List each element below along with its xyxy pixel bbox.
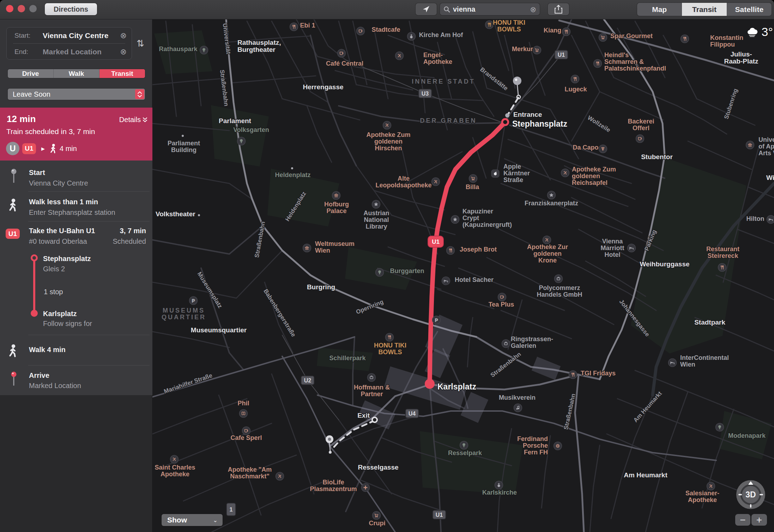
end-field-placeholder[interactable]: Marked Location	[36, 48, 120, 56]
step-start-title: Start	[29, 169, 45, 177]
poi-fork-icon	[447, 247, 455, 255]
map-label: Burgring	[307, 283, 335, 291]
map-label: Kirche Am Hof	[419, 31, 463, 38]
mode-walk-label: Walk	[69, 70, 84, 78]
tab-satellite[interactable]: Satellite	[727, 3, 772, 16]
minimize-button[interactable]	[18, 5, 25, 12]
map-element	[594, 60, 602, 68]
map-element	[515, 79, 518, 81]
zoom-window-button[interactable]	[29, 5, 37, 12]
route-summary-card[interactable]: 12 min Details Train scheduled in 3, 7 m…	[0, 108, 152, 161]
map-element	[338, 49, 346, 58]
poi-apple-icon	[491, 170, 499, 177]
map-element	[681, 35, 689, 43]
poi-globe-icon	[554, 442, 562, 450]
map-element: Kapuziner	[462, 208, 493, 215]
map-element: Apple	[503, 163, 521, 170]
map-element: Apotheke Zur	[527, 243, 568, 250]
steps-list: Start Vienna City Centre Walk less than …	[0, 161, 152, 395]
poi-dot-icon	[198, 214, 200, 216]
map-element	[636, 135, 644, 143]
map-element: Backerei	[628, 118, 654, 125]
map-label: Ebi 1	[300, 22, 315, 29]
map-element: Engel-	[423, 52, 443, 59]
poi-church-icon	[495, 481, 503, 489]
poi-cup-icon	[338, 49, 346, 58]
mode-walk[interactable]: Walk	[54, 69, 99, 78]
start-clear-icon[interactable]: ⊗	[120, 32, 127, 40]
mode-drive[interactable]: Drive	[8, 69, 54, 78]
close-button[interactable]	[6, 5, 13, 12]
map-element: Fern FH	[524, 449, 548, 456]
mode-transit[interactable]: Transit	[99, 69, 145, 78]
map-element: Julius-	[730, 50, 752, 58]
map-element	[562, 28, 570, 36]
tab-transit[interactable]: Transit	[682, 3, 727, 16]
stops-between[interactable]: 1 stop	[44, 288, 63, 296]
route-duration: 12 min	[7, 114, 36, 125]
swap-start-end-button[interactable]: ⇅	[135, 38, 146, 49]
map-label: Lugeck	[564, 86, 587, 93]
map-element: goldenen	[533, 250, 562, 257]
zoom-out-button[interactable]: −	[735, 514, 750, 526]
map-element	[435, 318, 438, 323]
map-label: Hilton	[746, 215, 764, 222]
map-element: Weltmuseum	[315, 240, 355, 247]
start-field-row[interactable]: Start: Vienna City Centre ⊗	[7, 28, 132, 43]
map-label: Resselgasse	[358, 464, 398, 471]
end-field-row[interactable]: End: Marked Location ⊗	[7, 44, 132, 60]
weather-widget: 3°	[736, 23, 774, 41]
route-details-button[interactable]: Details	[119, 116, 147, 124]
current-location-button[interactable]	[416, 3, 437, 15]
map-label: Musikverein	[499, 394, 536, 401]
route-end-dot	[425, 379, 435, 389]
step-walk1-title: Walk less than 1 min	[29, 198, 98, 206]
map-element	[329, 451, 332, 454]
poi-pharm-icon	[432, 178, 440, 186]
map-element: BioLife	[323, 479, 344, 486]
start-end-fields: Start: Vienna City Centre ⊗ End: Marked …	[6, 27, 132, 60]
step-transit-time: 3, 7 min	[120, 227, 146, 235]
map-element: Arts V	[758, 150, 774, 157]
leave-time-dropdown[interactable]: Leave Soon	[8, 89, 145, 100]
map-label: Herrengasse	[303, 83, 343, 91]
map-element: Hoffmann &	[354, 384, 390, 391]
map-element: Unive	[758, 136, 774, 143]
stepper-up-icon	[138, 91, 142, 94]
map-label: Kiang	[544, 27, 561, 34]
map-element: Filippou	[710, 41, 735, 48]
map-element	[290, 23, 298, 31]
poi-pharm-icon	[707, 482, 715, 490]
start-field-value[interactable]: Vienna City Centre	[36, 31, 120, 40]
poi-fork-icon	[485, 21, 494, 29]
map-label: Apotheke "AmNaschmarkt"	[228, 466, 272, 480]
show-dropdown[interactable]: Show ⌄	[162, 514, 223, 526]
map-label: Spar Gourmet	[610, 32, 653, 40]
end-clear-icon[interactable]: ⊗	[120, 48, 127, 56]
map-element: U1	[558, 52, 565, 58]
map-element	[410, 35, 412, 38]
search-field[interactable]: vienna ⊗	[440, 3, 540, 15]
entrance-dot	[505, 113, 509, 117]
poi-star-icon	[548, 191, 556, 199]
directions-button[interactable]: Directions	[45, 3, 97, 15]
map-element: Austrian	[363, 210, 389, 217]
share-button[interactable]	[548, 3, 569, 15]
step-u1-badge: U1	[6, 229, 20, 239]
map-label: Billa	[466, 183, 479, 191]
map-element	[533, 46, 541, 54]
poi-case-icon	[502, 340, 510, 348]
map-canvas[interactable]: PU1U1U3U2U4U11Ebi 1StadtcafeKirche Am Ho…	[152, 19, 774, 532]
map-element	[386, 333, 394, 341]
compass-3d-control[interactable]: 3D	[736, 480, 766, 509]
map-label: HONU TIKIBOWLS	[493, 19, 525, 33]
leave-time-stepper[interactable]	[135, 89, 144, 99]
apple-maps-window: PU1U1U3U2U4U11Ebi 1StadtcafeKirche Am Ho…	[0, 0, 774, 532]
tab-map[interactable]: Map	[637, 3, 682, 16]
map-label: Parlament	[219, 117, 252, 125]
map-element: Hirschen	[375, 145, 402, 152]
poi-cart-icon	[533, 46, 541, 54]
map-element	[469, 175, 477, 183]
zoom-in-button[interactable]: +	[751, 514, 767, 526]
search-clear-icon[interactable]: ⊗	[530, 6, 536, 13]
